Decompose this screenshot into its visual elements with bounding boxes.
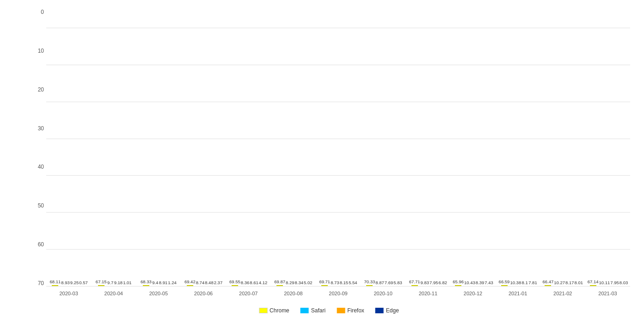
bar-value-label: 2.37	[214, 280, 223, 285]
bar-value-label: 7.69	[385, 280, 393, 285]
bar-group: 66.4710.278.178.01	[540, 279, 585, 286]
bar-wrap: 0.57	[79, 280, 88, 286]
bar-value-label: 8.48	[205, 280, 214, 285]
x-axis-label: 2021-01	[496, 291, 540, 296]
y-axis-label: 70	[28, 280, 44, 286]
x-axis-label: 2020-05	[136, 291, 181, 296]
bar-wrap: 7.81	[528, 280, 537, 286]
bar-value-label: 67.71	[409, 279, 420, 284]
bars-area: 68.118.939.250.5767.159.79.181.0168.339.…	[46, 9, 630, 286]
bar-wrap: 67.15	[96, 279, 107, 286]
bar-wrap: 8.87	[375, 280, 384, 286]
bar-value-label: 9.83	[420, 280, 429, 285]
chrome-bar	[501, 285, 508, 286]
x-axis-label: 2020-07	[226, 291, 271, 296]
y-axis-label: 30	[28, 126, 44, 131]
legend-item-firefox: Firefox	[337, 307, 364, 314]
chrome-bar	[98, 285, 104, 286]
bar-value-label: 67.14	[588, 279, 599, 284]
bar-wrap: 68.33	[141, 279, 152, 286]
chrome-bar	[52, 285, 58, 286]
bar-wrap: 65.96	[453, 279, 464, 286]
bar-value-label: 67.15	[96, 279, 107, 284]
bar-wrap: 7.69	[385, 280, 393, 286]
legend-item-chrome: Chrome	[259, 307, 289, 314]
chrome-bar	[411, 285, 418, 286]
bar-value-label: 69.55	[229, 279, 240, 284]
chart-container: 706050403020100 68.118.939.250.5767.159.…	[0, 0, 644, 323]
y-axis-label: 10	[28, 48, 44, 54]
bar-wrap: 1.24	[168, 280, 177, 286]
bar-wrap: 4.12	[259, 280, 268, 286]
bar-wrap: 8.34	[295, 280, 304, 286]
bar-wrap: 69.42	[184, 279, 196, 286]
bar-wrap: 10.38	[510, 280, 521, 286]
bar-wrap: 10.27	[554, 280, 565, 286]
legend-label-safari: Safari	[311, 307, 325, 314]
bar-value-label: 7.95	[429, 280, 438, 285]
bar-value-label: 8.87	[375, 280, 384, 285]
bar-wrap: 9.7	[107, 280, 114, 286]
bar-value-label: 8.91	[159, 280, 168, 285]
bar-group: 69.428.748.482.37	[181, 279, 226, 286]
legend-label-chrome: Chrome	[270, 307, 289, 314]
bar-wrap: 67.14	[588, 279, 599, 286]
bar-wrap: 8.74	[196, 280, 205, 286]
x-labels: 2020-032020-042020-052020-062020-072020-…	[46, 291, 630, 296]
bar-wrap: 6.82	[438, 280, 447, 286]
bar-value-label: 1.01	[123, 280, 132, 285]
chrome-bar	[321, 285, 328, 286]
bar-wrap: 8.61	[250, 280, 258, 286]
bar-value-label: 70.33	[364, 279, 375, 284]
bar-group: 68.118.939.250.57	[46, 279, 91, 286]
bar-wrap: 7.43	[485, 280, 493, 286]
bar-value-label: 8.73	[331, 280, 339, 285]
bar-wrap: 69.55	[229, 279, 240, 286]
bar-wrap: 68.11	[49, 279, 61, 286]
chrome-bar	[187, 285, 193, 286]
bar-value-label: 8.15	[340, 280, 349, 285]
legend-label-firefox: Firefox	[347, 307, 364, 314]
bar-wrap: 9.4	[152, 280, 159, 286]
bar-value-label: 66.47	[543, 279, 554, 284]
bar-wrap: 8.93	[61, 280, 70, 286]
y-axis-label: 20	[28, 87, 44, 92]
bar-value-label: 1.24	[168, 280, 177, 285]
bar-value-label: 8.93	[61, 280, 70, 285]
bar-value-label: 7.81	[528, 280, 537, 285]
bar-value-label: 0.57	[79, 280, 88, 285]
x-axis-label: 2020-10	[361, 291, 405, 296]
bar-wrap: 7.95	[610, 280, 619, 286]
y-axis: 706050403020100	[28, 9, 46, 286]
bar-group: 68.339.48.911.24	[136, 279, 181, 286]
x-axis-label: 2020-08	[271, 291, 316, 296]
bar-value-label: 10.11	[599, 280, 610, 285]
x-axis-label: 2021-03	[585, 291, 630, 296]
chrome-bar	[143, 285, 149, 286]
bar-wrap: 66.47	[543, 279, 554, 286]
bar-value-label: 6.82	[438, 280, 447, 285]
bar-value-label: 5.54	[349, 280, 357, 285]
bar-value-label: 69.87	[274, 279, 285, 284]
bar-value-label: 10.27	[554, 280, 565, 285]
bar-wrap: 69.71	[319, 279, 330, 286]
bar-group: 67.1410.117.958.03	[585, 279, 630, 286]
bar-wrap: 9.83	[420, 280, 429, 286]
bar-value-label: 68.33	[141, 279, 152, 284]
bar-value-label: 10.43	[464, 280, 475, 285]
x-axis-label: 2020-12	[450, 291, 495, 296]
bar-wrap: 2.37	[214, 280, 223, 286]
x-axis-label: 2020-04	[91, 291, 136, 296]
y-axis-label: 50	[28, 203, 44, 208]
chrome-bar	[366, 285, 373, 286]
bar-value-label: 8.03	[619, 280, 628, 285]
bar-value-label: 8.36	[241, 280, 250, 285]
x-axis-label: 2020-03	[46, 291, 91, 296]
bar-value-label: 8.29	[286, 280, 294, 285]
bar-value-label: 9.18	[114, 280, 123, 285]
bar-group: 69.878.298.345.02	[271, 279, 316, 286]
bar-value-label: 9.4	[152, 280, 158, 285]
bar-value-label: 8.17	[565, 280, 574, 285]
bar-wrap: 8.36	[241, 280, 250, 286]
bar-value-label: 68.11	[49, 279, 61, 284]
